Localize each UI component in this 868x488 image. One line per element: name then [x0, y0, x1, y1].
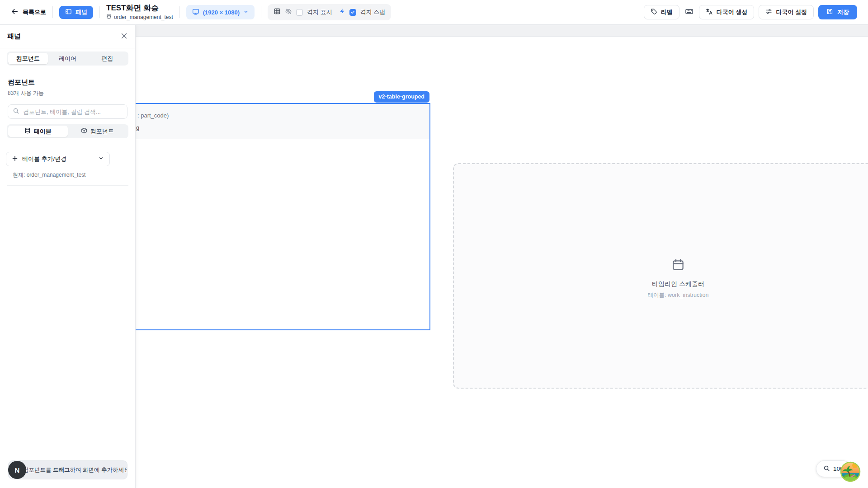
add-change-table-label: 테이블 추가/변경: [22, 155, 94, 163]
label-button-text: 라벨: [661, 8, 673, 16]
cursor-badge: N: [8, 461, 26, 479]
hint-bold: 드래그: [53, 467, 70, 473]
components-section-title: 컴포넌트: [8, 78, 127, 87]
back-arrow-icon: [11, 8, 19, 17]
toggle-components[interactable]: 컴포넌트: [68, 126, 127, 137]
search-icon: [13, 108, 19, 116]
tab-edit[interactable]: 편집: [87, 53, 127, 64]
save-icon: [826, 8, 833, 16]
i18n-generate-button[interactable]: 다국어 생성: [699, 5, 755, 19]
save-button-text: 저장: [837, 8, 849, 16]
toggle-tables-label: 테이블: [34, 127, 52, 136]
page-title: TEST화면 화승: [106, 4, 173, 13]
screen-title-block: TEST화면 화승 order_management_test: [106, 4, 173, 21]
top-toolbar: 목록으로 패널 TEST화면 화승: [0, 0, 868, 25]
monitor-icon: [192, 8, 199, 17]
divider: [52, 6, 53, 18]
grid-snap-label: 격자 스냅: [360, 8, 386, 16]
component-header: : part_code) g: [109, 104, 429, 139]
translate-icon: [706, 8, 713, 17]
hint-suffix: 하여 화면에 추가하세요: [70, 467, 127, 473]
panel-left-icon: [65, 8, 72, 16]
sliders-icon: [765, 8, 772, 16]
chevron-down-icon: [243, 9, 249, 16]
panel-toggle-button[interactable]: 패널: [59, 6, 93, 19]
plus-icon: [12, 155, 18, 163]
keyboard-icon: [685, 7, 693, 17]
component-v2-table-grouped[interactable]: v2-table-grouped : part_code) g: [108, 103, 430, 330]
grid-show-checkbox[interactable]: [296, 9, 303, 16]
component-search: [8, 104, 127, 119]
database-icon: [106, 14, 112, 20]
timeline-scheduler-title: 타임라인 스케줄러: [652, 280, 704, 288]
screen-size-value: (868 × 488): [203, 9, 240, 16]
i18n-settings-text: 다국어 설정: [776, 8, 807, 16]
timeline-scheduler-table: 테이블: work_instruction: [648, 291, 709, 299]
left-panel: 패널 컴포넌트 레이어 편집 컴포넌트 83개 사용 가능: [0, 25, 136, 488]
close-icon: [120, 32, 128, 41]
lightning-icon: [339, 8, 345, 16]
save-button[interactable]: 저장: [818, 5, 857, 19]
component-type-badge: v2-table-grouped: [374, 91, 429, 103]
island-avatar: [840, 461, 861, 482]
panel-tabs: 컴포넌트 레이어 편집: [7, 52, 128, 66]
bound-table-name: order_management_test: [114, 14, 173, 20]
component-timeline-scheduler[interactable]: 타임라인 스케줄러 테이블: work_instruction: [453, 163, 868, 389]
back-button[interactable]: 목록으로: [11, 8, 46, 17]
panel-close-button[interactable]: [120, 32, 128, 41]
panel-button-label: 패널: [75, 8, 87, 16]
grid-icon: [274, 8, 281, 17]
magnifier-icon: [823, 465, 830, 473]
grid-options-group: 격자 표시 격자 스냅: [268, 4, 391, 20]
label-button[interactable]: 라벨: [644, 5, 679, 19]
search-input[interactable]: [23, 108, 123, 115]
toggle-tables[interactable]: 테이블: [8, 126, 68, 137]
divider: [179, 6, 180, 18]
hint-prefix: 컴포넌트를: [23, 467, 53, 473]
tag-icon: [651, 8, 657, 16]
add-change-table-button[interactable]: 테이블 추가/변경: [6, 152, 110, 166]
component-header-text-1: : part_code): [137, 112, 169, 119]
eye-off-icon: [285, 8, 292, 17]
current-table-label: 현재: order_management_test: [13, 171, 135, 179]
i18n-generate-text: 다국어 생성: [717, 8, 748, 16]
component-header-text-2: g: [136, 124, 139, 131]
back-label: 목록으로: [23, 8, 46, 16]
divider: [7, 185, 128, 186]
tab-components[interactable]: 컴포넌트: [8, 53, 48, 64]
tab-layers[interactable]: 레이어: [48, 53, 88, 64]
keyboard-shortcuts-button[interactable]: [684, 7, 694, 17]
database-icon: [24, 127, 31, 135]
cube-icon: [81, 127, 87, 135]
calendar-icon: [671, 258, 685, 273]
panel-title: 패널: [7, 32, 21, 41]
grid-show-label: 격자 표시: [307, 8, 332, 16]
screen-size-selector[interactable]: (868 × 488): [186, 5, 255, 19]
i18n-settings-button[interactable]: 다국어 설정: [759, 5, 814, 19]
grid-snap-checkbox[interactable]: [349, 9, 356, 16]
divider: [261, 6, 261, 18]
divider: [99, 6, 100, 18]
components-available-count: 83개 사용 가능: [8, 89, 127, 97]
source-mode-toggle: 테이블 컴포넌트: [7, 124, 128, 138]
chevron-down-icon: [98, 155, 104, 163]
toggle-components-label: 컴포넌트: [90, 127, 114, 136]
